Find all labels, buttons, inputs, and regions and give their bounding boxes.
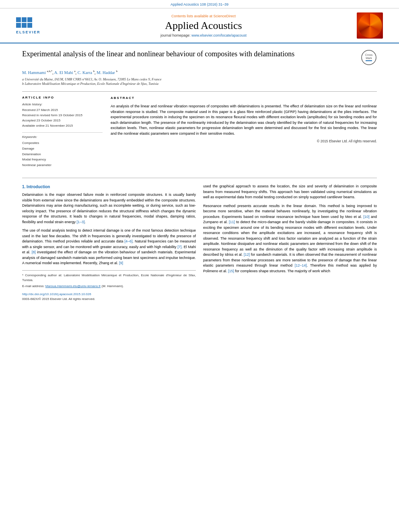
sciencedirect-link-text[interactable]: ScienceDirect (214, 14, 236, 18)
abstract-text: An analysis of the linear and nonlinear … (111, 104, 377, 136)
elsevier-wordmark: ELSEVIER (16, 30, 41, 34)
article-body: Experimental analysis of the linear and … (0, 43, 399, 310)
svg-rect-2 (27, 17, 32, 22)
main-col-left: 1. Introduction Delamination is the majo… (22, 184, 196, 302)
ref-9[interactable]: [9] (119, 261, 123, 265)
intro-para1: Delamination is the major observed failu… (22, 192, 196, 225)
intro-para2: The use of modal analysis testing to det… (22, 228, 196, 266)
article-dates: Received 27 March 2015 Received in revis… (22, 108, 103, 128)
svg-rect-0 (16, 17, 21, 22)
svg-text:Cross: Cross (365, 53, 373, 56)
article-info-header: ARTICLE INFO (22, 96, 103, 99)
elsevier-logo: ELSEVIER (16, 17, 56, 34)
keyword-damage: Damage (22, 146, 103, 152)
abstract-header: ABSTRACT (111, 96, 377, 101)
elsevier-logo-svg (16, 17, 46, 29)
right-para2: Resonance method presents accurate resul… (203, 203, 377, 274)
journal-cover-image (357, 12, 383, 39)
journal-homepage: journal homepage: www.elsevier.com/locat… (56, 33, 351, 37)
ref-7[interactable]: [7] (177, 245, 181, 249)
journal-title-block: Contents lists available at ScienceDirec… (56, 14, 351, 37)
footnote-section: * Corresponding author at: Laboratoire M… (22, 270, 196, 289)
author-elmahi[interactable]: A. El Mahi (54, 70, 73, 75)
authors-line: M. Hammami a,b,*, A. El Mahi a, C. Karra… (22, 70, 377, 75)
abstract-copyright: © 2015 Elsevier Ltd. All rights reserved… (111, 139, 377, 144)
keyword-nonlinear-parameter: Nonlinear parameter (22, 162, 103, 168)
journal-name: Applied Acoustics (56, 20, 351, 32)
author-haddar[interactable]: M. Haddar (97, 70, 115, 75)
author-email-link[interactable]: Maroua.Hammami.etu@univ-lemans.fr (45, 284, 101, 288)
journal-reference: Applied Acoustics 108 (2016) 31–39 (0, 0, 399, 8)
online-date: Available online 21 November 2015 (22, 123, 103, 129)
author-karra[interactable]: C. Karra (78, 70, 92, 75)
svg-rect-5 (27, 23, 32, 28)
journal-cover-art (358, 14, 382, 38)
affiliation-a: a Université du Maine, IAUM, UMR CNRS n°… (22, 77, 377, 82)
ref-10[interactable]: [10] (363, 215, 369, 219)
keyword-modal-frequency: Modal frequency (22, 157, 103, 162)
info-divider (22, 132, 103, 133)
accepted-date: Accepted 23 October 2015 (22, 118, 103, 123)
doi-link[interactable]: http://dx.doi.org/10.1016/j.apacoust.201… (22, 292, 196, 297)
article-copyright: 0003-682X/© 2015 Elsevier Ltd. All right… (22, 297, 196, 302)
ref-15[interactable]: [15] (228, 269, 234, 273)
article-title: Experimental analysis of the linear and … (22, 49, 294, 59)
affiliations: a Université du Maine, IAUM, UMR CNRS n°… (22, 77, 377, 87)
svg-rect-3 (16, 23, 21, 28)
right-para1: used the graphical approach to assess th… (203, 184, 377, 200)
main-content: 1. Introduction Delamination is the majo… (22, 178, 377, 302)
keywords-label: Keywords: (22, 135, 103, 139)
svg-text:Mark: Mark (366, 57, 372, 60)
publisher-logo: ELSEVIER (16, 17, 56, 34)
through-word: through (255, 263, 267, 267)
history-label: Article history: (22, 103, 103, 106)
ref-11[interactable]: [11] (229, 220, 235, 224)
ref-12-14[interactable]: [12–14] (295, 263, 307, 267)
footnote-email: E-mail address: Maroua.Hammami.etu@univ-… (22, 284, 196, 289)
footnote-corresponding: * Corresponding author at: Laboratoire M… (22, 273, 196, 283)
journal-url[interactable]: www.elsevier.com/locate/apacoust (191, 33, 247, 37)
keyword-composites: Composites (22, 140, 103, 146)
author-hammami[interactable]: M. Hammami (22, 70, 46, 75)
article-history: Article history: Received 27 March 2015 … (22, 103, 103, 128)
article-title-section: Experimental analysis of the linear and … (22, 49, 377, 66)
abstract-panel: ABSTRACT An analysis of the linear and n… (111, 96, 377, 172)
main-col-right: used the graphical approach to assess th… (203, 184, 377, 302)
ref-12[interactable]: [12] (244, 253, 250, 257)
doi-block: http://dx.doi.org/10.1016/j.apacoust.201… (22, 292, 196, 302)
article-info-abstract: ARTICLE INFO Article history: Received 2… (22, 91, 377, 172)
crossmark-logo[interactable]: Cross Mark (361, 49, 377, 66)
section1-title: 1. Introduction (22, 184, 196, 190)
crossmark-svg: Cross Mark (361, 49, 377, 66)
sciencedirect-text: Contents lists available at ScienceDirec… (56, 14, 351, 18)
article-info-panel: ARTICLE INFO Article history: Received 2… (22, 96, 103, 172)
keywords-list: Composites Damage Delamination Modal fre… (22, 140, 103, 168)
affiliation-b: b Laboratoire Modélisation Mécanique et … (22, 82, 377, 86)
svg-rect-1 (22, 17, 27, 22)
ref-4-6[interactable]: [4–6] (124, 239, 132, 243)
ref-1-3[interactable]: [1–3] (77, 220, 85, 224)
keyword-delamination: Delamination (22, 152, 103, 157)
svg-rect-4 (22, 23, 27, 28)
journal-thumbnail (351, 12, 383, 39)
ref-8[interactable]: [8] (32, 250, 36, 254)
received-date: Received 27 March 2015 (22, 108, 103, 113)
revised-date: Received in revised form 19 October 2015 (22, 113, 103, 118)
journal-header: ELSEVIER Contents lists available at Sci… (0, 8, 399, 43)
keywords-block: Keywords: Composites Damage Delamination… (22, 135, 103, 168)
